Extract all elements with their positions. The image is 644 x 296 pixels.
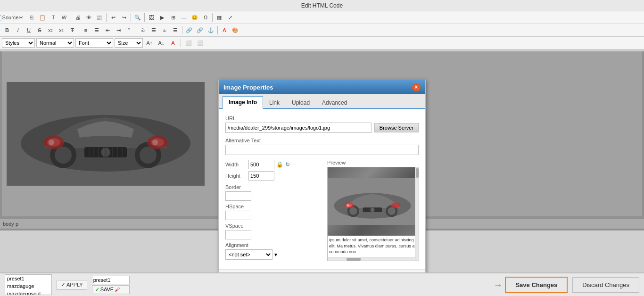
- undo-button[interactable]: ↩: [108, 12, 118, 23]
- toolbar-row1: 📄 Source ✂ ⎘ 📋 T W 🖨 👁 📰 ↩ ↪ 🔍 🖼 ▶ ⊞ — 😊…: [0, 11, 644, 24]
- dims-preview-row: Width 🔒 ↻ Height: [225, 160, 419, 263]
- font-select[interactable]: Font: [75, 38, 113, 48]
- svg-point-25: [349, 207, 357, 215]
- lock-icon[interactable]: 🔒: [276, 161, 283, 168]
- subscript-button[interactable]: x2: [45, 25, 56, 35]
- increase-size-button[interactable]: A↑: [144, 38, 155, 48]
- modal-close-button[interactable]: ×: [412, 83, 421, 91]
- outdent-button[interactable]: ⇤: [102, 25, 113, 35]
- modal-title-bar: Image Properties ×: [219, 80, 425, 94]
- special-char-button[interactable]: Ω: [200, 12, 211, 23]
- preset-name-input[interactable]: [92, 276, 130, 284]
- preview-scrollbar[interactable]: [415, 167, 419, 261]
- modal-tabs: Image Info Link Upload Advanced: [219, 94, 425, 109]
- sep9: [182, 26, 182, 34]
- underline-button[interactable]: U: [24, 25, 34, 35]
- bold-button[interactable]: B: [2, 25, 12, 35]
- vspace-group: VSpace: [225, 223, 320, 239]
- sep7: [79, 26, 79, 34]
- align-left-button[interactable]: ⫝̸: [138, 25, 148, 35]
- modal-body: URL Browse Server Alternative Text: [219, 109, 425, 269]
- tab-link[interactable]: Link: [263, 96, 286, 109]
- alignment-arrow: ▼: [273, 252, 278, 257]
- preset-item-1[interactable]: mazdaguge: [5, 282, 51, 290]
- paste-word-button[interactable]: W: [59, 12, 69, 23]
- title-text: Edit HTML Code: [301, 2, 343, 9]
- tab-advanced[interactable]: Advanced: [316, 96, 353, 109]
- save-preset-button[interactable]: ✓ SAVE 🖌: [92, 285, 130, 294]
- flash-button[interactable]: ▶: [157, 12, 167, 23]
- svg-point-30: [347, 204, 349, 206]
- preset-list[interactable]: preset1 mazdaguge mazdaconsoul header: [5, 274, 52, 295]
- indent-button[interactable]: ⇥: [113, 25, 124, 35]
- tab-upload[interactable]: Upload: [286, 96, 316, 109]
- templates-button[interactable]: 📰: [94, 12, 105, 23]
- border-input[interactable]: [225, 191, 251, 201]
- unlink-button[interactable]: 🔗: [195, 25, 205, 35]
- preset-item-0[interactable]: preset1: [5, 275, 51, 282]
- alt-text-input[interactable]: [225, 145, 419, 155]
- cut-button[interactable]: ✂: [16, 12, 26, 23]
- align-center-button[interactable]: ☰: [149, 25, 159, 35]
- align-justify-button[interactable]: ☰: [170, 25, 181, 35]
- smiley-button[interactable]: 😊: [190, 12, 200, 23]
- unordered-list-button[interactable]: ☰: [91, 25, 102, 35]
- strikethrough-button[interactable]: S: [34, 25, 45, 35]
- apply-button[interactable]: ✓ APPLY: [57, 280, 87, 290]
- show-blocks-button[interactable]: ▦: [214, 12, 224, 23]
- source-button[interactable]: 📄 Source: [2, 12, 12, 23]
- remove-format-button[interactable]: T̶: [67, 25, 77, 35]
- font-color-button[interactable]: A: [168, 38, 178, 48]
- hr-button[interactable]: —: [179, 12, 189, 23]
- link-button[interactable]: 🔗: [184, 25, 194, 35]
- align-right-button[interactable]: ⫝: [159, 25, 170, 35]
- format-select[interactable]: Normal: [36, 38, 74, 48]
- preview-hscrollbar[interactable]: [328, 257, 415, 261]
- extra2-button[interactable]: ⬜: [195, 38, 206, 48]
- preset-item-2[interactable]: mazdaconsoul: [5, 290, 51, 295]
- superscript-button[interactable]: x2: [56, 25, 66, 35]
- anchor-button[interactable]: ⚓: [206, 25, 216, 35]
- print-button[interactable]: 🖨: [73, 12, 83, 23]
- discard-changes-button[interactable]: Discard Changes: [572, 277, 639, 293]
- sep5: [144, 13, 145, 22]
- italic-button[interactable]: I: [13, 25, 23, 35]
- sep8: [136, 26, 136, 34]
- svg-point-27: [388, 207, 396, 215]
- blockquote-button[interactable]: ": [124, 25, 134, 35]
- url-label: URL: [225, 115, 419, 121]
- redo-button[interactable]: ↪: [119, 12, 129, 23]
- maximize-button[interactable]: ⤢: [225, 12, 235, 23]
- text-color-button[interactable]: A: [219, 25, 230, 35]
- hspace-input[interactable]: [225, 211, 251, 220]
- bg-color-button[interactable]: 🎨: [230, 25, 240, 35]
- extra1-button[interactable]: ⬜: [183, 38, 194, 48]
- width-input[interactable]: [248, 160, 274, 169]
- alignment-select[interactable]: <not set> Left Right Top Middle Bottom: [225, 249, 272, 260]
- height-input[interactable]: [248, 171, 274, 181]
- paste-button[interactable]: 📋: [37, 12, 48, 23]
- toolbar-row2: B I U S x2 x2 T̶ ≡ ☰ ⇤ ⇥ " ⫝̸ ☰ ⫝ ☰ 🔗 🔗 …: [0, 24, 644, 37]
- browse-server-button[interactable]: Browse Server: [374, 123, 419, 132]
- vspace-input[interactable]: [225, 230, 251, 239]
- ordered-list-button[interactable]: ≡: [81, 25, 91, 35]
- preview-button[interactable]: 👁: [83, 12, 94, 23]
- refresh-icon[interactable]: ↻: [285, 161, 290, 168]
- sep11: [181, 39, 181, 47]
- preset-save-area: ✓ SAVE 🖌: [92, 276, 130, 294]
- left-fields: Width 🔒 ↻ Height: [225, 160, 320, 263]
- paste-text-button[interactable]: T: [48, 12, 58, 23]
- tab-image-info[interactable]: Image Info: [223, 96, 263, 109]
- title-bar: Edit HTML Code: [0, 0, 644, 11]
- vspace-label: VSpace: [225, 223, 320, 229]
- url-input[interactable]: [225, 123, 372, 133]
- image-button[interactable]: 🖼: [146, 12, 157, 23]
- styles-select[interactable]: Styles: [2, 38, 35, 48]
- table-button[interactable]: ⊞: [168, 12, 178, 23]
- copy-button[interactable]: ⎘: [26, 12, 37, 23]
- border-label: Border: [225, 184, 320, 190]
- decrease-size-button[interactable]: A↓: [156, 38, 166, 48]
- size-select[interactable]: Size: [115, 38, 143, 48]
- find-button[interactable]: 🔍: [132, 12, 143, 23]
- save-changes-button[interactable]: Save Changes: [505, 277, 568, 293]
